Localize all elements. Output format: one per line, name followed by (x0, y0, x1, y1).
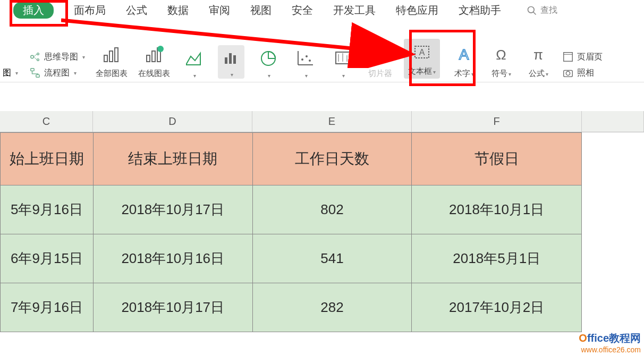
headerfooter-icon (562, 51, 574, 63)
svg-rect-11 (115, 48, 118, 62)
ribbon-tabs: 插入 面布局 公式 数据 审阅 视图 安全 开发工具 特色应用 文档助手 查找 (0, 0, 644, 24)
header-empty (582, 133, 644, 185)
svg-point-0 (528, 6, 535, 13)
col-header-f[interactable]: F (412, 111, 582, 132)
bar-chart-icon (102, 45, 121, 64)
stock-chart-icon (333, 49, 352, 68)
svg-line-6 (33, 57, 37, 60)
cell[interactable]: 2018年10月17日 (93, 283, 252, 332)
tab-special[interactable]: 特色应用 (396, 3, 438, 18)
tab-layout[interactable]: 面布局 (74, 3, 106, 18)
svg-rect-10 (109, 51, 113, 62)
area-chart-icon (184, 49, 204, 68)
chart-type-1-button[interactable]: ▾ (181, 47, 207, 79)
tab-devtools[interactable]: 开发工具 (333, 3, 376, 18)
svg-point-15 (157, 46, 164, 52)
svg-text:A: A (419, 48, 425, 57)
col-header-d[interactable]: D (93, 111, 252, 132)
pie-chart-icon (259, 49, 278, 68)
cell[interactable]: 5年9月16日 (1, 185, 94, 234)
svg-text:Ω: Ω (496, 47, 506, 63)
svg-point-22 (301, 58, 303, 61)
svg-rect-36 (564, 53, 573, 62)
cell[interactable]: 2018年10月16日 (93, 234, 252, 283)
cell[interactable]: 802 (252, 185, 412, 234)
chart-type-5-button[interactable]: ▾ (329, 47, 356, 79)
flowchart-icon (29, 67, 41, 79)
column-header-row: C D E F (0, 111, 644, 132)
svg-rect-17 (229, 53, 232, 64)
tab-review[interactable]: 审阅 (209, 3, 230, 18)
slicer-icon (370, 45, 389, 64)
scatter-chart-icon (296, 49, 315, 68)
cell[interactable]: 541 (252, 234, 412, 283)
table-row: 5年9月16日 2018年10月17日 802 2018年10月1日 (1, 185, 644, 234)
textbox-icon: A (412, 43, 431, 62)
header-start-date[interactable]: 始上班日期 (1, 133, 94, 185)
tab-dochelp[interactable]: 文档助手 (459, 3, 501, 18)
search-button[interactable]: 查找 (527, 5, 557, 16)
mindmap-button[interactable]: 思维导图▾ (29, 51, 85, 63)
col-header-c[interactable]: C (0, 111, 93, 132)
svg-rect-16 (225, 57, 227, 64)
wordart-button[interactable]: A 术字▾ (451, 43, 477, 79)
chart-dropdown-button[interactable]: 图▾ (3, 67, 19, 79)
table-header-row: 始上班日期 结束上班日期 工作日天数 节假日 (1, 133, 644, 185)
tab-insert[interactable]: 插入 (13, 2, 54, 19)
page-group: 页眉页 照相 (562, 51, 603, 79)
tab-data[interactable]: 数据 (167, 3, 189, 18)
svg-point-2 (31, 55, 34, 58)
wordart-icon: A (454, 45, 473, 64)
svg-point-3 (37, 53, 39, 55)
column-chart-icon (222, 48, 241, 67)
cell[interactable]: 2018年5月1日 (412, 234, 582, 283)
slicer-button: 切片器 (367, 43, 393, 79)
all-charts-button[interactable]: 全部图表 (96, 43, 128, 79)
tab-formula[interactable]: 公式 (126, 3, 147, 18)
cell[interactable]: 7年9月16日 (1, 283, 94, 332)
ribbon-toolbar: 图▾ 思维导图▾ 流程图▾ 全部图表 在线图表 ▾ ▾ ▾ ▾ (0, 24, 644, 82)
camera-button[interactable]: 照相 (562, 67, 603, 79)
flowchart-button[interactable]: 流程图▾ (29, 67, 85, 79)
svg-point-23 (306, 55, 308, 57)
pi-icon: π (529, 45, 548, 64)
online-chart-button[interactable]: 在线图表 (138, 43, 170, 79)
omega-icon: Ω (492, 45, 511, 64)
equation-button[interactable]: π 公式▾ (525, 43, 552, 79)
cell[interactable]: 2017年10月2日 (412, 283, 582, 332)
svg-text:A: A (459, 46, 469, 63)
cell[interactable]: 2018年10月1日 (412, 185, 582, 234)
header-end-date[interactable]: 结束上班日期 (93, 133, 252, 185)
svg-rect-13 (152, 51, 155, 62)
header-holiday[interactable]: 节假日 (412, 133, 582, 185)
svg-point-39 (566, 71, 570, 75)
chart-type-3-button[interactable]: ▾ (255, 47, 282, 79)
camera-icon (562, 67, 574, 79)
header-workdays[interactable]: 工作日天数 (252, 133, 412, 185)
svg-point-24 (309, 60, 311, 62)
spreadsheet-area: C D E F 始上班日期 结束上班日期 工作日天数 节假日 5年9月16日 2… (0, 82, 644, 332)
symbol-button[interactable]: Ω 符号▾ (488, 43, 514, 79)
data-table: 始上班日期 结束上班日期 工作日天数 节假日 5年9月16日 2018年10月1… (0, 132, 644, 332)
watermark: Office教程网 www.office26.com (579, 331, 641, 354)
tab-security[interactable]: 安全 (292, 3, 313, 18)
cell[interactable]: 6年9月15日 (1, 234, 94, 283)
search-label: 查找 (540, 5, 557, 16)
col-header-e[interactable]: E (252, 111, 412, 132)
online-chart-icon (145, 45, 164, 64)
mindmap-icon (29, 51, 41, 63)
headerfooter-button[interactable]: 页眉页 (562, 51, 603, 63)
table-row: 7年9月16日 2018年10月17日 282 2017年10月2日 (1, 283, 644, 332)
svg-line-5 (33, 54, 37, 57)
svg-line-1 (533, 12, 536, 14)
chart-type-2-button[interactable]: ▾ (218, 45, 244, 79)
tab-view[interactable]: 视图 (250, 3, 272, 18)
col-header-extra[interactable] (582, 111, 644, 132)
svg-text:π: π (533, 47, 543, 63)
cell[interactable]: 2018年10月17日 (93, 185, 252, 234)
table-row: 6年9月15日 2018年10月16日 541 2018年5月1日 (1, 234, 644, 283)
chart-type-4-button[interactable]: ▾ (292, 47, 319, 79)
textbox-button[interactable]: A 文本框▾ (404, 39, 440, 79)
cell[interactable]: 282 (252, 283, 412, 332)
svg-rect-8 (36, 75, 39, 78)
